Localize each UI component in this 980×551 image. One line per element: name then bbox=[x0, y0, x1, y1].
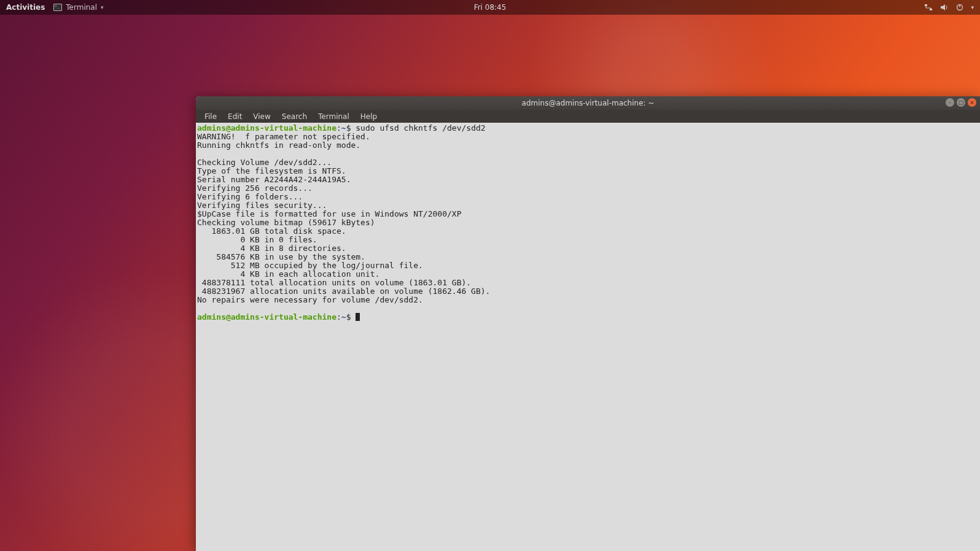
terminal-line: 4 KB in each allocation unit. bbox=[197, 270, 979, 279]
terminal-app-icon bbox=[53, 4, 62, 11]
window-close-button[interactable]: × bbox=[968, 98, 976, 107]
terminal-line: 0 KB in 0 files. bbox=[197, 236, 979, 244]
terminal-line: 4 KB in 8 directories. bbox=[197, 244, 979, 253]
window-minimize-button[interactable]: – bbox=[946, 98, 954, 107]
terminal-line: 584576 KB in use by the system. bbox=[197, 253, 979, 261]
prompt-user: admins@admins-virtual-machine bbox=[197, 123, 336, 133]
terminal-line: admins@admins-virtual-machine:~$ sudo uf… bbox=[197, 124, 979, 133]
terminal-line: No repairs were necessary for volume /de… bbox=[197, 296, 979, 304]
menu-search[interactable]: Search bbox=[277, 111, 312, 122]
terminal-line: Verifying files security... bbox=[197, 201, 979, 210]
app-menu[interactable]: Terminal ▾ bbox=[53, 3, 103, 12]
dropdown-caret-icon: ▾ bbox=[971, 4, 974, 10]
power-icon bbox=[956, 4, 963, 11]
menu-terminal[interactable]: Terminal bbox=[313, 111, 354, 122]
window-controls: – □ × bbox=[946, 98, 976, 107]
window-maximize-button[interactable]: □ bbox=[957, 98, 965, 107]
terminal-line bbox=[197, 150, 979, 158]
terminal-window: admins@admins-virtual-machine: ~ – □ × F… bbox=[196, 96, 980, 551]
app-menu-label: Terminal bbox=[66, 3, 97, 12]
sound-icon bbox=[940, 4, 949, 11]
terminal-line: $UpCase file is formatted for use in Win… bbox=[197, 210, 979, 218]
prompt-user: admins@admins-virtual-machine bbox=[197, 312, 336, 322]
system-tray[interactable]: ▾ bbox=[924, 4, 974, 11]
terminal-line: 1863.01 GB total disk space. bbox=[197, 227, 979, 236]
top-panel: Activities Terminal ▾ Fri 08:45 bbox=[0, 0, 980, 15]
svg-rect-0 bbox=[925, 4, 927, 6]
terminal-line: 488231967 allocation units available on … bbox=[197, 287, 979, 296]
terminal-line: 512 MB occupied by the log/journal file. bbox=[197, 261, 979, 270]
terminal-line: admins@admins-virtual-machine:~$ bbox=[197, 313, 979, 322]
terminal-body[interactable]: admins@admins-virtual-machine:~$ sudo uf… bbox=[196, 123, 980, 551]
terminal-line: Checking volume bitmap (59617 kBytes) bbox=[197, 218, 979, 227]
terminal-line: Verifying 256 records... bbox=[197, 184, 979, 193]
command-text: sudo ufsd chkntfs /dev/sdd2 bbox=[356, 123, 485, 133]
menu-file[interactable]: File bbox=[200, 111, 222, 122]
terminal-line: Checking Volume /dev/sdd2... bbox=[197, 158, 979, 167]
terminal-line: Running chkntfs in read-only mode. bbox=[197, 141, 979, 150]
prompt-path: ~ bbox=[341, 123, 346, 133]
activities-button[interactable]: Activities bbox=[6, 3, 45, 12]
cursor bbox=[356, 313, 360, 321]
clock[interactable]: Fri 08:45 bbox=[474, 3, 507, 12]
terminal-line bbox=[197, 304, 979, 313]
window-title: admins@admins-virtual-machine: ~ bbox=[522, 99, 655, 107]
menu-view[interactable]: View bbox=[248, 111, 275, 122]
terminal-line: Type of the filesystem is NTFS. bbox=[197, 167, 979, 175]
prompt-path: ~ bbox=[341, 312, 346, 322]
chevron-down-icon: ▾ bbox=[101, 4, 104, 10]
top-panel-left: Activities Terminal ▾ bbox=[6, 3, 104, 12]
terminal-line: WARNING! f parameter not specified. bbox=[197, 133, 979, 141]
terminal-line: 488378111 total allocation units on volu… bbox=[197, 279, 979, 287]
window-titlebar[interactable]: admins@admins-virtual-machine: ~ – □ × bbox=[196, 96, 980, 110]
svg-rect-1 bbox=[930, 9, 932, 10]
network-wired-icon bbox=[924, 4, 933, 11]
terminal-line: Verifying 6 folders... bbox=[197, 193, 979, 201]
menu-help[interactable]: Help bbox=[356, 111, 382, 122]
terminal-line: Serial number A2244A42-244A19A5. bbox=[197, 175, 979, 184]
menu-edit[interactable]: Edit bbox=[223, 111, 247, 122]
menubar: File Edit View Search Terminal Help bbox=[196, 110, 980, 123]
